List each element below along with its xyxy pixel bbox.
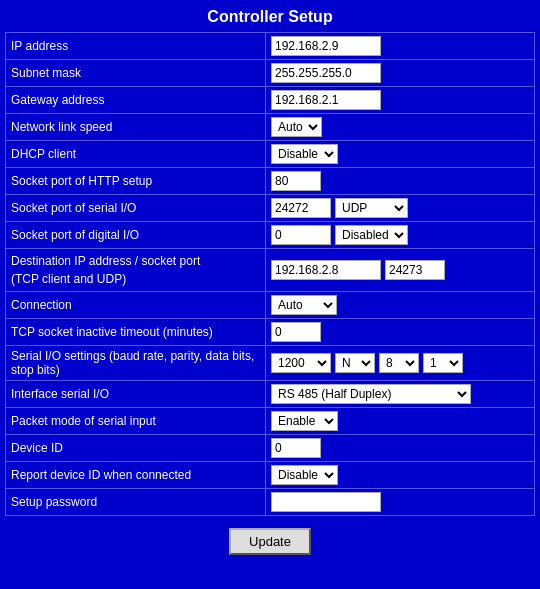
- label-destination-ip: Destination IP address / socket port(TCP…: [6, 249, 266, 292]
- network-link-speed-select[interactable]: Auto10100: [271, 117, 322, 137]
- interface-serial-select[interactable]: RS 485 (Half Duplex)RS 232RS 422: [271, 384, 471, 404]
- row-destination-ip: Destination IP address / socket port(TCP…: [6, 249, 535, 292]
- label-device-id: Device ID: [6, 435, 266, 462]
- label-subnet-mask: Subnet mask: [6, 60, 266, 87]
- label-socket-port-serial: Socket port of serial I/O: [6, 195, 266, 222]
- label-connection: Connection: [6, 292, 266, 319]
- row-serial-io-settings: Serial I/O settings (baud rate, parity, …: [6, 346, 535, 381]
- dhcp-client-select[interactable]: DisableEnable: [271, 144, 338, 164]
- label-report-device-id: Report device ID when connected: [6, 462, 266, 489]
- settings-table: IP addressSubnet maskGateway addressNetw…: [5, 32, 535, 516]
- label-setup-password: Setup password: [6, 489, 266, 516]
- socket-port-http-input[interactable]: [271, 171, 321, 191]
- row-tcp-timeout: TCP socket inactive timeout (minutes): [6, 319, 535, 346]
- socket-port-serial-select[interactable]: UDPTCPDisabled: [335, 198, 408, 218]
- row-network-link-speed: Network link speedAuto10100: [6, 114, 535, 141]
- subnet-mask-input[interactable]: [271, 63, 381, 83]
- stop-bits-select[interactable]: 12: [423, 353, 463, 373]
- ip-address-input[interactable]: [271, 36, 381, 56]
- row-socket-port-digital: Socket port of digital I/ODisabledUDPTCP: [6, 222, 535, 249]
- label-dhcp-client: DHCP client: [6, 141, 266, 168]
- label-ip-address: IP address: [6, 33, 266, 60]
- row-report-device-id: Report device ID when connectedDisableEn…: [6, 462, 535, 489]
- device-id-input[interactable]: [271, 438, 321, 458]
- label-socket-port-digital: Socket port of digital I/O: [6, 222, 266, 249]
- label-tcp-timeout: TCP socket inactive timeout (minutes): [6, 319, 266, 346]
- dest-port-input[interactable]: [385, 260, 445, 280]
- row-setup-password: Setup password: [6, 489, 535, 516]
- packet-mode-select[interactable]: EnableDisable: [271, 411, 338, 431]
- label-gateway-address: Gateway address: [6, 87, 266, 114]
- label-packet-mode: Packet mode of serial input: [6, 408, 266, 435]
- report-device-id-select[interactable]: DisableEnable: [271, 465, 338, 485]
- page-title: Controller Setup: [207, 8, 332, 25]
- update-button[interactable]: Update: [229, 528, 311, 555]
- dest-ip-input[interactable]: [271, 260, 381, 280]
- label-network-link-speed: Network link speed: [6, 114, 266, 141]
- label-interface-serial: Interface serial I/O: [6, 381, 266, 408]
- row-socket-port-http: Socket port of HTTP setup: [6, 168, 535, 195]
- label-serial-io-settings: Serial I/O settings (baud rate, parity, …: [6, 346, 266, 381]
- row-socket-port-serial: Socket port of serial I/OUDPTCPDisabled: [6, 195, 535, 222]
- row-dhcp-client: DHCP clientDisableEnable: [6, 141, 535, 168]
- socket-port-serial-input[interactable]: [271, 198, 331, 218]
- row-interface-serial: Interface serial I/ORS 485 (Half Duplex)…: [6, 381, 535, 408]
- row-packet-mode: Packet mode of serial inputEnableDisable: [6, 408, 535, 435]
- parity-select[interactable]: NEO: [335, 353, 375, 373]
- data-bits-select[interactable]: 78: [379, 353, 419, 373]
- row-gateway-address: Gateway address: [6, 87, 535, 114]
- connection-select[interactable]: AutoManual: [271, 295, 337, 315]
- gateway-address-input[interactable]: [271, 90, 381, 110]
- socket-port-digital-select[interactable]: DisabledUDPTCP: [335, 225, 408, 245]
- row-device-id: Device ID: [6, 435, 535, 462]
- baud-rate-select[interactable]: 1200240048009600192003840057600115200: [271, 353, 331, 373]
- row-connection: ConnectionAutoManual: [6, 292, 535, 319]
- socket-port-digital-input[interactable]: [271, 225, 331, 245]
- tcp-timeout-input[interactable]: [271, 322, 321, 342]
- label-socket-port-http: Socket port of HTTP setup: [6, 168, 266, 195]
- row-subnet-mask: Subnet mask: [6, 60, 535, 87]
- setup-password-input[interactable]: [271, 492, 381, 512]
- row-ip-address: IP address: [6, 33, 535, 60]
